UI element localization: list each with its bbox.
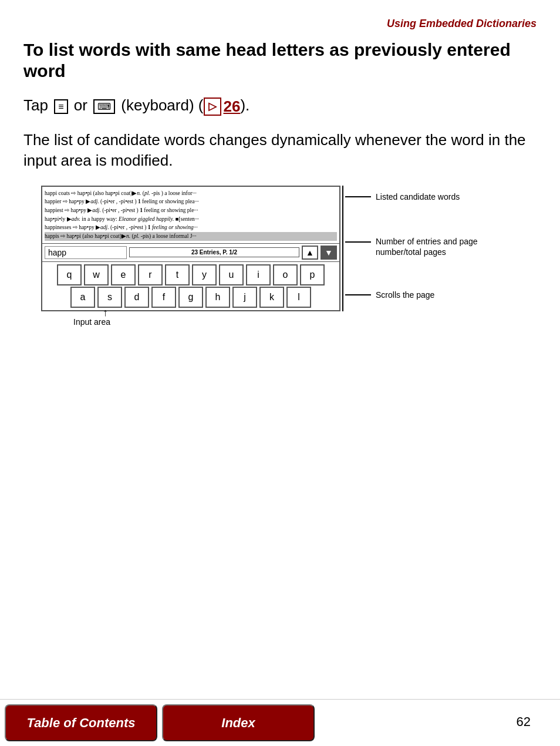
scroll-up-button[interactable]: ▲: [302, 246, 318, 260]
dict-input-row: happ 23 Entries, P. 1/2 ▲ ▼: [42, 244, 339, 262]
entries-badge: 23 Entries, P. 1/2: [129, 247, 299, 257]
keyboard-row-1: q w e r t y u i o p: [42, 262, 339, 287]
page-container: Using Embedded Dictionaries To list word…: [0, 0, 560, 746]
ann-label-entries: Number of entries and page number/total …: [371, 236, 488, 257]
bracket-line: [341, 186, 343, 311]
dict-ui-box: happi coats ⇨ hap•pi (also hap•pi coat)▶…: [41, 186, 340, 311]
ann-label-candidate: Listed candidate words: [371, 191, 460, 202]
ann-entries: Number of entries and page number/total …: [345, 236, 488, 257]
word-list-row-5: happinesses ⇨ hap•py ▶adj. (-pi•er , -pi…: [45, 223, 337, 232]
ann-line-2: [345, 241, 371, 243]
key-l[interactable]: l: [286, 287, 311, 308]
key-g[interactable]: g: [178, 287, 203, 308]
right-annotations: Listed candidate words Number of entries…: [345, 186, 488, 301]
ref-icon: ▷: [204, 98, 221, 116]
dict-ui-wrapper: happi coats ⇨ hap•pi (also hap•pi coat)▶…: [41, 186, 340, 311]
index-button[interactable]: Index: [162, 704, 315, 741]
dict-input-field[interactable]: happ: [45, 246, 127, 259]
key-i[interactable]: i: [246, 264, 271, 285]
key-q[interactable]: q: [57, 264, 82, 285]
keyboard-label: (keyboard): [121, 96, 194, 114]
ann-candidate-words: Listed candidate words: [345, 191, 488, 202]
word-list-row-3: happiest ⇨ hap•py ▶adj. (-pi•er , -pi•es…: [45, 206, 337, 215]
key-w[interactable]: w: [84, 264, 109, 285]
main-heading: To list words with same head letters as …: [23, 39, 537, 82]
description-text: The list of candidate words changes dyna…: [23, 130, 537, 171]
key-t[interactable]: t: [165, 264, 190, 285]
scroll-down-button[interactable]: ▼: [321, 246, 337, 260]
dict-word-list: happi coats ⇨ hap•pi (also hap•pi coat)▶…: [42, 187, 339, 244]
or-label: or: [74, 96, 87, 114]
word-list-row-4: hap•pi•ly ▶adv. in a happy way: Eleanor …: [45, 215, 337, 224]
key-r[interactable]: r: [138, 264, 163, 285]
key-u[interactable]: u: [219, 264, 244, 285]
page-reference: ▷26: [204, 96, 241, 117]
tap-label: Tap: [23, 96, 48, 114]
key-a[interactable]: a: [70, 287, 95, 308]
diagram-container: happi coats ⇨ hap•pi (also hap•pi coat)▶…: [41, 186, 537, 311]
callout-arrow-up: ↑: [103, 307, 108, 319]
key-k[interactable]: k: [259, 287, 284, 308]
keyboard-row-2: a s d f g h j k l: [42, 287, 339, 310]
ann-line-1: [345, 196, 371, 197]
input-area-label: Input area: [73, 317, 537, 327]
toc-button[interactable]: Table of Contents: [5, 704, 157, 741]
page-number: 62: [517, 714, 531, 730]
keyboard-icon: ⌨: [93, 99, 115, 114]
key-y[interactable]: y: [192, 264, 217, 285]
instruction-line: Tap ≡ or ⌨ (keyboard) (▷26).: [23, 95, 537, 117]
key-d[interactable]: d: [124, 287, 149, 308]
word-list-row-6: happis ⇨ hap•pi (also hap•pi coat)▶n. (p…: [45, 232, 337, 241]
ann-scrolls: Scrolls the page: [345, 290, 488, 300]
ann-label-scrolls: Scrolls the page: [371, 290, 434, 300]
ref-number[interactable]: 26: [224, 96, 241, 117]
key-j[interactable]: j: [232, 287, 257, 308]
header-title: Using Embedded Dictionaries: [23, 18, 537, 30]
key-h[interactable]: h: [205, 287, 230, 308]
ann-line-3: [345, 294, 371, 295]
key-s[interactable]: s: [97, 287, 122, 308]
key-f[interactable]: f: [151, 287, 176, 308]
key-o[interactable]: o: [273, 264, 298, 285]
word-list-row-1: happi coats ⇨ hap•pi (also hap•pi coat)▶…: [45, 189, 337, 198]
key-e[interactable]: e: [111, 264, 136, 285]
word-list-row-2: happier ⇨ hap•py ▶adj. (-pi•er , -pi•est…: [45, 197, 337, 206]
key-p[interactable]: p: [300, 264, 325, 285]
menu-icon: ≡: [54, 99, 68, 114]
bottom-nav: Table of Contents Index: [0, 699, 560, 746]
input-area-callout: ↑ Input area: [73, 317, 537, 327]
